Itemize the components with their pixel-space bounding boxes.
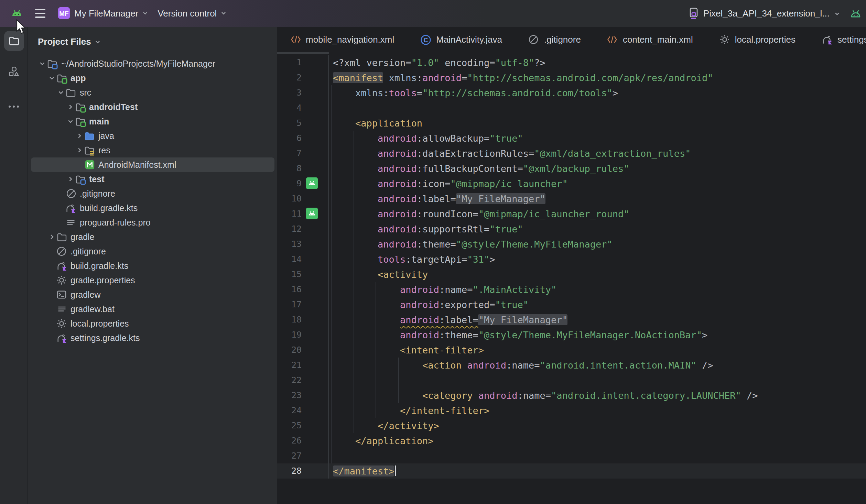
tree-chevron-icon[interactable] (38, 61, 47, 67)
code-line-24[interactable]: 24 </intent-filter> (277, 403, 866, 418)
tree-item-build.gradle.kts[interactable]: build.gradle.kts (31, 259, 274, 273)
gutter-line-6[interactable]: 6 (277, 130, 329, 145)
tree-item-.gitignore[interactable]: .gitignore (31, 244, 274, 259)
tree-item-proguard-rules.pro[interactable]: proguard-rules.pro (31, 215, 274, 230)
project-selector[interactable]: MF My FileManager (58, 7, 148, 20)
gutter-line-26[interactable]: 26 (277, 433, 329, 448)
tree-item-gradlew.bat[interactable]: gradlew.bat (31, 302, 274, 316)
gutter-line-7[interactable]: 7 (277, 145, 329, 161)
gutter-line-19[interactable]: 19 (277, 327, 329, 342)
gutter-line-10[interactable]: 10 (277, 191, 329, 206)
launcher-icon-preview[interactable] (302, 206, 322, 221)
tree-item-gradle[interactable]: gradle (31, 230, 274, 244)
code-line-20[interactable]: 20 <intent-filter> (277, 342, 866, 357)
editor-tab-.gitignore[interactable]: .gitignore (515, 27, 594, 53)
gutter-line-20[interactable]: 20 (277, 342, 329, 357)
editor-tab-mobile-navigation.xml[interactable]: mobile_navigation.xml (277, 27, 407, 53)
project-view-selector[interactable]: Project Files (28, 27, 277, 56)
code-line-25[interactable]: 25 </activity> (277, 418, 866, 433)
main-menu-icon[interactable] (32, 7, 48, 21)
gutter-line-13[interactable]: 13 (277, 236, 329, 251)
editor-tab-local.properties[interactable]: local.properties (706, 27, 809, 53)
gutter-line-18[interactable]: 18 (277, 312, 329, 327)
android-studio-logo-icon[interactable] (11, 9, 23, 18)
gutter-line-11[interactable]: 11 (277, 206, 329, 221)
gutter-line-21[interactable]: 21 (277, 357, 329, 372)
gutter-line-9[interactable]: 9 (277, 176, 329, 191)
code-line-13[interactable]: 13 android:theme="@style/Theme.MyFileMan… (277, 236, 866, 251)
tree-item-res[interactable]: res (31, 143, 274, 157)
device-manager-android-icon[interactable] (849, 9, 862, 18)
editor-tab-mainactivity.java[interactable]: CMainActivity.java (407, 27, 515, 53)
tree-item-local.properties[interactable]: local.properties (31, 316, 274, 331)
code-line-1[interactable]: 1<?xml version="1.0" encoding="utf-8"?> (277, 55, 866, 70)
gutter-line-23[interactable]: 23 (277, 387, 329, 403)
code-line-18[interactable]: 18 android:label="My FileManager" (277, 312, 866, 327)
code-line-11[interactable]: 11 android:roundIcon="@mipmap/ic_launche… (277, 206, 866, 221)
tree-item-.gitignore[interactable]: .gitignore (31, 186, 274, 201)
gutter-line-2[interactable]: 2 (277, 70, 329, 85)
code-line-27[interactable]: 27 (277, 448, 866, 463)
code-line-26[interactable]: 26 </application> (277, 433, 866, 448)
resource-manager-button[interactable] (4, 61, 24, 81)
editor-tab-settings.gradle.kts[interactable]: settings.gradle.kts (809, 27, 866, 53)
gutter-line-17[interactable]: 17 (277, 297, 329, 312)
tree-chevron-icon[interactable] (75, 147, 84, 153)
project-tool-window-button[interactable] (4, 31, 24, 51)
code-line-17[interactable]: 17 android:exported="true" (277, 297, 866, 312)
tree-item--androidstudioprojects-myfilemanager[interactable]: ~/AndroidStudioProjects/MyFileManager (31, 56, 274, 71)
tree-item-app[interactable]: app (31, 71, 274, 85)
code-line-21[interactable]: 21 <action android:name="android.intent.… (277, 357, 866, 372)
code-line-4[interactable]: 4 (277, 100, 866, 115)
gutter-line-8[interactable]: 8 (277, 161, 329, 176)
code-line-7[interactable]: 7 android:dataExtractionRules="@xml/data… (277, 145, 866, 161)
code-line-6[interactable]: 6 android:allowBackup="true" (277, 130, 866, 145)
tree-item-main[interactable]: main (31, 114, 274, 129)
tree-chevron-icon[interactable] (66, 118, 75, 124)
gutter-line-14[interactable]: 14 (277, 251, 329, 266)
tree-item-test[interactable]: test (31, 172, 274, 186)
code-line-19[interactable]: 19 android:theme="@style/Theme.MyFileMan… (277, 327, 866, 342)
code-line-5[interactable]: 5 <application (277, 115, 866, 130)
device-selector[interactable]: Pixel_3a_API_34_extension_l... (690, 8, 840, 19)
gutter-line-16[interactable]: 16 (277, 282, 329, 297)
more-tool-windows-button[interactable] (4, 96, 24, 116)
gutter-line-24[interactable]: 24 (277, 403, 329, 418)
code-line-15[interactable]: 15 <activity (277, 266, 866, 282)
tree-item-java[interactable]: java (31, 129, 274, 143)
tree-chevron-icon[interactable] (47, 234, 56, 240)
gutter-line-12[interactable]: 12 (277, 221, 329, 236)
tree-chevron-icon[interactable] (66, 104, 75, 110)
tree-item-src[interactable]: src (31, 85, 274, 100)
tree-item-androidmanifest.xml[interactable]: AndroidManifest.xml (31, 157, 274, 172)
code-line-3[interactable]: 3 xmlns:tools="http://schemas.android.co… (277, 85, 866, 100)
code-line-22[interactable]: 22 (277, 372, 866, 387)
tree-item-gradlew[interactable]: gradlew (31, 287, 274, 302)
launcher-icon-preview[interactable] (302, 176, 322, 191)
gutter-line-5[interactable]: 5 (277, 115, 329, 130)
editor-tab-content-main.xml[interactable]: content_main.xml (594, 27, 706, 53)
code-line-10[interactable]: 10 android:label="My FileManager" (277, 191, 866, 206)
gutter-line-3[interactable]: 3 (277, 85, 329, 100)
gutter-line-4[interactable]: 4 (277, 100, 329, 115)
tree-chevron-icon[interactable] (56, 89, 65, 96)
tree-item-gradle.properties[interactable]: gradle.properties (31, 273, 274, 287)
tree-item-build.gradle.kts[interactable]: build.gradle.kts (31, 201, 274, 215)
code-line-8[interactable]: 8 android:fullBackupContent="@xml/backup… (277, 161, 866, 176)
gutter-line-27[interactable]: 27 (277, 448, 329, 463)
code-line-23[interactable]: 23 <category android:name="android.inten… (277, 387, 866, 403)
tree-item-settings.gradle.kts[interactable]: settings.gradle.kts (31, 331, 274, 345)
gutter-line-25[interactable]: 25 (277, 418, 329, 433)
tree-chevron-icon[interactable] (75, 133, 84, 139)
code-line-2[interactable]: 2<manifest xmlns:android="http://schemas… (277, 70, 866, 85)
tree-chevron-icon[interactable] (66, 176, 75, 182)
code-line-28[interactable]: 28</manifest> (277, 463, 866, 478)
gutter-line-28[interactable]: 28 (277, 463, 329, 478)
code-line-16[interactable]: 16 android:name=".MainActivity" (277, 282, 866, 297)
gutter-line-1[interactable]: 1 (277, 55, 329, 70)
code-line-9[interactable]: 9 android:icon="@mipmap/ic_launcher" (277, 176, 866, 191)
code-editor[interactable]: 1<?xml version="1.0" encoding="utf-8"?>2… (277, 55, 866, 504)
gutter-line-22[interactable]: 22 (277, 372, 329, 387)
tree-chevron-icon[interactable] (47, 75, 56, 81)
code-line-14[interactable]: 14 tools:targetApi="31"> (277, 251, 866, 266)
